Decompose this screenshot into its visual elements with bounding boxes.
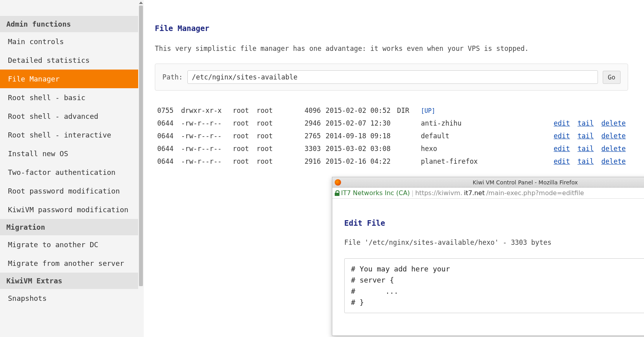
popup-body: Edit File File '/etc/nginx/sites-availab… <box>332 199 644 335</box>
sidebar-item[interactable]: Root shell - basic <box>0 88 138 107</box>
edit-file-title: Edit File <box>344 219 644 227</box>
cell-date: 2015-03-02 03:08 <box>323 142 395 155</box>
cell-type <box>395 130 418 142</box>
cell-type <box>395 155 418 168</box>
cell-date: 2015-02-16 04:22 <box>323 155 395 168</box>
sidebar-scrollbar[interactable] <box>138 0 144 337</box>
sidebar-item[interactable]: Migrate from another server <box>0 254 138 273</box>
path-input[interactable] <box>187 70 598 84</box>
cell-mode: 0755 <box>155 104 179 117</box>
cell-mode: 0644 <box>155 130 179 142</box>
url-host: it7.net <box>464 189 484 197</box>
cell-size: 2765 <box>278 130 323 142</box>
cell-filename: anti-zhihu <box>418 117 551 130</box>
file-table: 0755drwxr-xr-xrootroot40962015-02-02 00:… <box>155 104 628 168</box>
table-row: 0755drwxr-xr-xrootroot40962015-02-02 00:… <box>155 104 628 117</box>
sidebar-item[interactable]: Install new OS <box>0 144 138 163</box>
sidebar-section-header: Migration <box>0 219 138 235</box>
lock-icon <box>335 190 339 196</box>
sidebar-item[interactable]: Two-factor authentication <box>0 163 138 182</box>
main-content: File Manager This very simplistic file m… <box>144 0 644 337</box>
sidebar-item[interactable]: Snapshots <box>0 289 138 308</box>
url-bar[interactable]: IT7 Networks Inc (CA) | https://kiwivm.i… <box>332 188 644 199</box>
edit-link[interactable]: edit <box>554 132 570 140</box>
cell-type <box>395 142 418 155</box>
cell-group: root <box>254 142 278 155</box>
cell-group: root <box>254 104 278 117</box>
file-editor[interactable]: # You may add here your # server { # ...… <box>344 258 644 313</box>
tail-link[interactable]: tail <box>578 119 594 127</box>
cell-group: root <box>254 117 278 130</box>
table-row: 0644-rw-r--r--rootroot33032015-03-02 03:… <box>155 142 628 155</box>
delete-link[interactable]: delete <box>602 157 626 165</box>
sidebar-item[interactable]: KiwiVM password modification <box>0 200 138 219</box>
sidebar-item[interactable]: Migrate to another DC <box>0 235 138 254</box>
cell-owner: root <box>230 142 254 155</box>
tail-link[interactable]: tail <box>578 145 594 153</box>
delete-link[interactable]: delete <box>602 119 626 127</box>
sidebar-section-header: Admin functions <box>0 16 138 32</box>
cell-permissions: -rw-r--r-- <box>179 142 230 155</box>
cell-owner: root <box>230 155 254 168</box>
tail-link[interactable]: tail <box>578 157 594 165</box>
table-row: 0644-rw-r--r--rootroot27652014-09-18 09:… <box>155 130 628 142</box>
cell-mode: 0644 <box>155 142 179 155</box>
cert-label: IT7 Networks Inc (CA) <box>341 189 410 197</box>
firefox-icon <box>335 179 341 186</box>
cell-size: 4096 <box>278 104 323 117</box>
up-link[interactable]: [UP] <box>421 107 435 114</box>
cell-mode: 0644 <box>155 117 179 130</box>
page-title: File Manager <box>155 24 628 33</box>
cell-owner: root <box>230 130 254 142</box>
delete-link[interactable]: delete <box>602 132 626 140</box>
cell-size: 2946 <box>278 117 323 130</box>
path-label: Path: <box>162 73 183 81</box>
table-row: 0644-rw-r--r--rootroot29462015-02-07 12:… <box>155 117 628 130</box>
cell-filename: hexo <box>418 142 551 155</box>
sidebar-item[interactable]: Root password modification <box>0 182 138 200</box>
sidebar-item[interactable]: Root shell - interactive <box>0 126 138 144</box>
edit-file-window: Kiwi VM Control Panel - Mozilla Firefox … <box>332 177 644 336</box>
path-bar: Path: Go <box>155 64 628 91</box>
sidebar-item[interactable]: File Manager <box>0 70 138 88</box>
cell-permissions: drwxr-xr-x <box>179 104 230 117</box>
cell-date: 2015-02-07 12:30 <box>323 117 395 130</box>
sidebar-section-header: KiwiVM Extras <box>0 273 138 289</box>
tail-link[interactable]: tail <box>578 132 594 140</box>
url-prefix: https://kiwivm. <box>415 189 463 197</box>
cell-owner: root <box>230 104 254 117</box>
up-link-cell: [UP] <box>418 104 551 117</box>
intro-text: This very simplistic file manager has on… <box>155 45 628 52</box>
cell-owner: root <box>230 117 254 130</box>
cell-type: DIR <box>395 104 418 117</box>
url-path: /main-exec.php?mode=editfile <box>486 189 584 197</box>
sidebar-item[interactable]: Main controls <box>0 32 138 51</box>
file-meta: File '/etc/nginx/sites-available/hexo' -… <box>344 238 644 246</box>
cell-permissions: -rw-r--r-- <box>179 130 230 142</box>
cell-group: root <box>254 155 278 168</box>
cell-date: 2014-09-18 09:18 <box>323 130 395 142</box>
edit-link[interactable]: edit <box>554 157 570 165</box>
sidebar: Admin functionsMain controlsDetailed sta… <box>0 0 144 337</box>
cell-filename: planet-firefox <box>418 155 551 168</box>
cell-permissions: -rw-r--r-- <box>179 117 230 130</box>
sidebar-item[interactable]: Root shell - advanced <box>0 107 138 126</box>
cell-group: root <box>254 130 278 142</box>
table-row: 0644-rw-r--r--rootroot29162015-02-16 04:… <box>155 155 628 168</box>
delete-link[interactable]: delete <box>602 145 626 153</box>
window-title: Kiwi VM Control Panel - Mozilla Firefox <box>343 179 644 186</box>
edit-link[interactable]: edit <box>554 145 570 153</box>
cell-filename: default <box>418 130 551 142</box>
cell-size: 2916 <box>278 155 323 168</box>
window-titlebar[interactable]: Kiwi VM Control Panel - Mozilla Firefox … <box>332 177 644 188</box>
cell-permissions: -rw-r--r-- <box>179 155 230 168</box>
go-button[interactable]: Go <box>603 71 621 84</box>
cell-date: 2015-02-02 00:52 <box>323 104 395 117</box>
cell-size: 3303 <box>278 142 323 155</box>
sidebar-item[interactable]: Detailed statistics <box>0 51 138 70</box>
cell-type <box>395 117 418 130</box>
edit-link[interactable]: edit <box>554 119 570 127</box>
cell-mode: 0644 <box>155 155 179 168</box>
editor-content[interactable]: # You may add here your # server { # ...… <box>351 263 644 308</box>
